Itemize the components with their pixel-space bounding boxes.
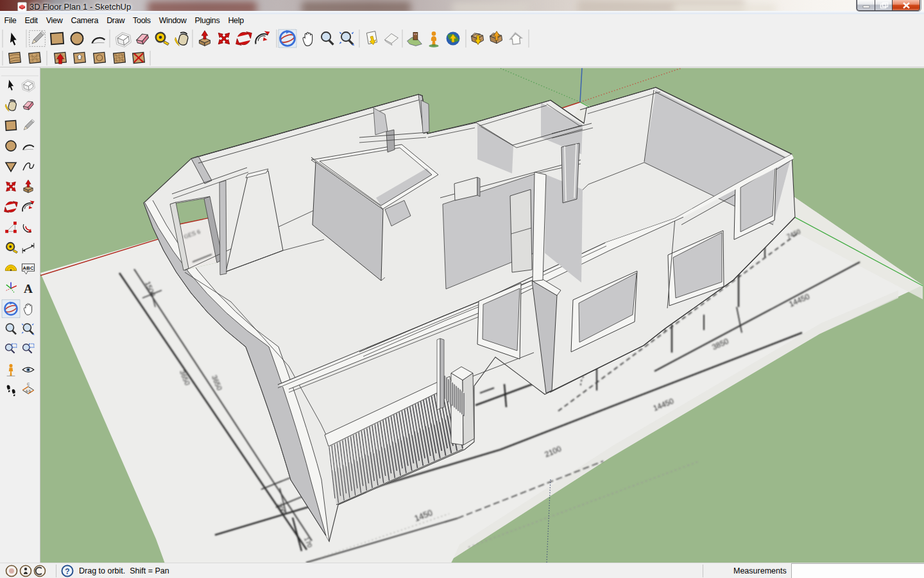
svg-text:ABC: ABC <box>22 265 34 271</box>
svg-text:A: A <box>24 282 33 295</box>
svg-text:A-S: A-S <box>26 390 31 393</box>
svg-text:?: ? <box>65 567 69 576</box>
svg-text:C: C <box>27 382 30 386</box>
